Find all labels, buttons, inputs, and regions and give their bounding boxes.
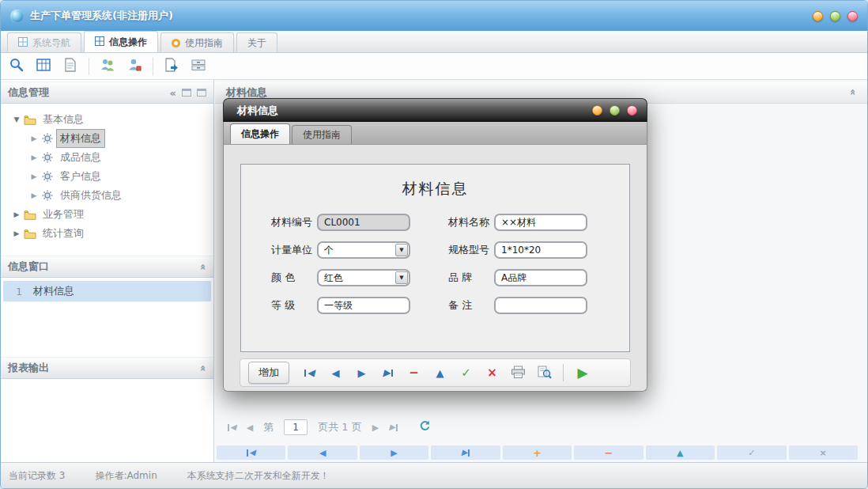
record-delete-button[interactable]: − bbox=[574, 445, 643, 460]
preview-button[interactable] bbox=[533, 362, 556, 383]
user-edit-button[interactable] bbox=[123, 56, 145, 77]
tree-item-product-info[interactable]: ▶ 成品信息 bbox=[1, 148, 213, 167]
record-navigator: ◀ ◀ ▶ ▶ + − ▲ ✓ × bbox=[217, 445, 858, 460]
material-name-input[interactable] bbox=[494, 214, 587, 231]
tab-about[interactable]: 关于 bbox=[236, 32, 277, 52]
field-spec: 规格型号 bbox=[448, 241, 587, 259]
grade-input[interactable] bbox=[317, 297, 410, 314]
field-material-name: 材料名称 bbox=[448, 214, 587, 231]
tree-item-material-info[interactable]: ▶ 材料信息 bbox=[1, 129, 213, 148]
expander-right-icon[interactable]: ▶ bbox=[12, 229, 21, 237]
panel-header-report-output[interactable]: 报表输出 « bbox=[1, 357, 213, 379]
tree-item-supplier-info[interactable]: ▶ 供商供货信息 bbox=[1, 186, 213, 205]
record-last-button[interactable]: ▶ bbox=[431, 445, 500, 460]
main-toolbar bbox=[1, 53, 867, 80]
expander-right-icon[interactable]: ▶ bbox=[29, 191, 39, 199]
nav-prev-button[interactable]: ◀ bbox=[324, 362, 347, 383]
dialog-tab-user-guide[interactable]: 使用指南 bbox=[292, 125, 352, 144]
brand-input[interactable] bbox=[494, 269, 587, 286]
record-first-button[interactable]: ◀ bbox=[217, 445, 285, 460]
dialog-tab-info-operation[interactable]: 信息操作 bbox=[230, 123, 290, 144]
record-prev-button[interactable]: ◀ bbox=[288, 445, 357, 460]
panel-header-info-window[interactable]: 信息窗口 « bbox=[1, 256, 213, 278]
page-last-button[interactable]: ▶ bbox=[389, 423, 398, 431]
form-row: 颜 色 ▼ 品 牌 bbox=[241, 269, 629, 288]
expander-right-icon[interactable]: ▶ bbox=[29, 172, 39, 180]
spec-input[interactable] bbox=[494, 241, 587, 259]
gear-icon bbox=[40, 133, 55, 144]
expander-right-icon[interactable]: ▶ bbox=[29, 135, 39, 142]
folder-icon bbox=[22, 210, 37, 220]
expander-right-icon[interactable]: ▶ bbox=[29, 154, 39, 161]
edit-record-button[interactable]: ▲ bbox=[428, 362, 451, 383]
tree-item-stats-query[interactable]: ▶ 统计查询 bbox=[1, 224, 213, 243]
dropdown-arrow-button[interactable]: ▼ bbox=[395, 271, 408, 284]
panel-option-icon[interactable] bbox=[182, 89, 191, 97]
dialog-close-button[interactable] bbox=[627, 105, 637, 116]
toolbar-separator bbox=[89, 58, 89, 75]
nav-first-button[interactable]: ◀ bbox=[298, 362, 321, 383]
add-button[interactable]: 增加 bbox=[248, 362, 289, 384]
minimize-button[interactable] bbox=[813, 11, 823, 21]
refresh-button[interactable] bbox=[419, 420, 431, 434]
info-window-item-material[interactable]: 1 材料信息 bbox=[3, 281, 211, 301]
tree-item-label: 材料信息 bbox=[57, 130, 104, 147]
app-titlebar[interactable]: 生产下单管理系统(非注册用户) bbox=[1, 1, 867, 31]
dropdown-arrow-button[interactable]: ▼ bbox=[395, 244, 408, 256]
tab-user-guide[interactable]: 使用指南 bbox=[160, 32, 234, 52]
app-title: 生产下单管理系统(非注册用户) bbox=[30, 9, 173, 23]
table-button[interactable] bbox=[32, 56, 55, 77]
dialog-minimize-button[interactable] bbox=[592, 105, 602, 116]
collapse-up-icon[interactable]: « bbox=[847, 89, 858, 95]
collapse-up-icon[interactable]: « bbox=[198, 263, 208, 270]
record-post-button[interactable]: ✓ bbox=[717, 445, 786, 460]
document-button[interactable] bbox=[59, 56, 81, 77]
tab-label: 信息操作 bbox=[109, 36, 147, 49]
run-button[interactable]: ▶ bbox=[571, 365, 594, 381]
nav-next-button[interactable]: ▶ bbox=[350, 362, 373, 383]
remark-input[interactable] bbox=[494, 297, 587, 314]
expander-down-icon[interactable]: ▼ bbox=[12, 116, 21, 123]
dialog-maximize-button[interactable] bbox=[609, 105, 620, 116]
panel-option-icon[interactable] bbox=[197, 89, 206, 97]
tree-item-basic-info[interactable]: ▼ 基本信息 bbox=[1, 110, 213, 129]
tab-info-operation[interactable]: 信息操作 bbox=[84, 31, 158, 52]
field-label: 品 牌 bbox=[448, 271, 494, 285]
print-button[interactable] bbox=[507, 362, 530, 383]
material-code-input[interactable] bbox=[317, 214, 410, 231]
expander-right-icon[interactable]: ▶ bbox=[12, 210, 21, 218]
nav-last-button[interactable]: ▶ bbox=[376, 362, 399, 383]
nav-first-icon: ◀ bbox=[304, 368, 314, 377]
window-controls bbox=[813, 11, 858, 21]
panel-header-info-manage[interactable]: 信息管理 « bbox=[1, 82, 213, 104]
dialog-tabbar: 信息操作 使用指南 bbox=[223, 122, 647, 144]
field-label: 规格型号 bbox=[448, 243, 494, 257]
field-unit: 计量单位 ▼ bbox=[271, 241, 410, 259]
post-record-button[interactable]: ✓ bbox=[455, 362, 477, 383]
archive-button[interactable] bbox=[187, 56, 209, 77]
collapse-up-icon[interactable]: « bbox=[198, 365, 208, 371]
delete-record-button[interactable]: − bbox=[402, 362, 425, 383]
app-logo-icon bbox=[10, 9, 24, 23]
record-edit-button[interactable]: ▲ bbox=[646, 445, 715, 460]
tree-item-customer-info[interactable]: ▶ 客户信息 bbox=[1, 167, 213, 186]
tree-item-business-manage[interactable]: ▶ 业务管理 bbox=[1, 205, 213, 224]
page-number-input[interactable] bbox=[284, 419, 308, 435]
record-cancel-button[interactable]: × bbox=[789, 445, 858, 460]
form-title: 材料信息 bbox=[241, 179, 629, 199]
cancel-record-button[interactable]: × bbox=[481, 362, 504, 383]
close-button[interactable] bbox=[847, 11, 858, 21]
record-insert-button[interactable]: + bbox=[503, 445, 572, 460]
tab-system-navigation[interactable]: 系统导航 bbox=[7, 32, 81, 52]
search-button[interactable] bbox=[6, 56, 28, 77]
dialog-titlebar[interactable]: 材料信息 bbox=[223, 98, 647, 122]
page-first-button[interactable]: ◀ bbox=[228, 423, 236, 431]
page-prev-button[interactable]: ◀ bbox=[247, 423, 253, 433]
page-next-button[interactable]: ▶ bbox=[372, 423, 379, 433]
collapse-left-icon[interactable]: « bbox=[170, 88, 176, 98]
users-button[interactable] bbox=[96, 56, 119, 77]
record-next-button[interactable]: ▶ bbox=[360, 445, 428, 460]
export-document-button[interactable] bbox=[160, 56, 183, 77]
maximize-button[interactable] bbox=[830, 11, 840, 21]
app-window: 生产下单管理系统(非注册用户) 系统导航 信息操作 使用指南 关于 bbox=[0, 0, 868, 489]
